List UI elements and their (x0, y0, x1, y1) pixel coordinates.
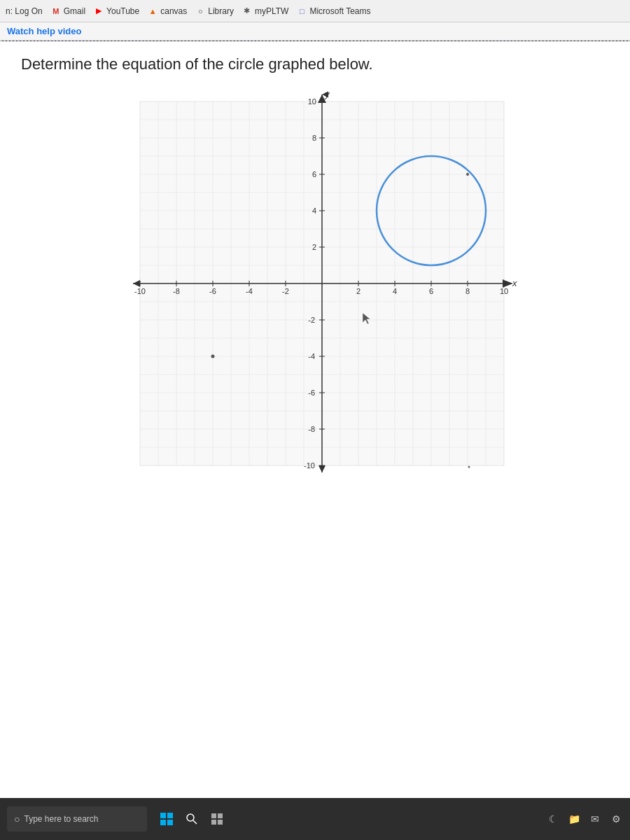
watch-help-bar: Watch help video (0, 22, 630, 41)
point-dot-2 (466, 173, 469, 176)
svg-text:-8: -8 (308, 425, 315, 433)
teams-icon: □ (297, 6, 307, 16)
point-dot (211, 355, 215, 358)
svg-text:10: 10 (308, 97, 316, 106)
taskbar-settings-icon[interactable]: ⚙ (609, 812, 623, 826)
svg-text:2: 2 (356, 287, 360, 295)
svg-rect-87 (167, 813, 173, 818)
taskbar: ○ Type here to search ☾ 📁 ✉ ⚙ (0, 798, 630, 840)
svg-marker-42 (318, 465, 326, 472)
svg-text:-4: -4 (308, 352, 315, 360)
taskbar-search-box[interactable]: ○ Type here to search (7, 806, 147, 832)
svg-text:4: 4 (312, 206, 316, 215)
svg-line-91 (193, 820, 197, 824)
tab-teams-label: Microsoft Teams (309, 6, 370, 16)
svg-text:10: 10 (500, 287, 508, 295)
taskbar-taskview-button[interactable] (207, 809, 227, 829)
taskbar-system-tray: ☾ 📁 ✉ ⚙ (546, 812, 623, 826)
point-dot-3 (468, 466, 470, 468)
svg-text:8: 8 (312, 134, 316, 142)
youtube-icon: ▶ (94, 6, 104, 16)
svg-point-90 (187, 814, 194, 821)
y-axis-label: y (324, 89, 330, 99)
svg-rect-92 (211, 813, 216, 818)
svg-rect-95 (218, 820, 223, 825)
svg-rect-88 (160, 820, 166, 825)
svg-text:-2: -2 (282, 287, 289, 295)
taskbar-message-icon[interactable]: ✉ (588, 812, 602, 826)
tab-youtube[interactable]: ▶ YouTube (94, 6, 139, 16)
svg-text:6: 6 (312, 170, 316, 178)
svg-rect-93 (218, 813, 223, 818)
tab-logon-label: n: Log On (6, 6, 43, 16)
tab-youtube-label: YouTube (106, 6, 139, 16)
browser-tab-bar: n: Log On M Gmail ▶ YouTube ▲ canvas ○ L… (0, 0, 630, 22)
mypltw-icon: ✱ (242, 6, 252, 16)
taskbar-moon-icon[interactable]: ☾ (546, 812, 560, 826)
graph-wrapper: -10 -8 -6 -4 -2 2 4 6 (21, 88, 609, 493)
tab-teams[interactable]: □ Microsoft Teams (297, 6, 370, 16)
tab-gmail-label: Gmail (64, 6, 85, 16)
svg-text:2: 2 (312, 243, 316, 251)
svg-text:8: 8 (465, 287, 470, 295)
svg-text:4: 4 (393, 287, 397, 295)
tab-gmail[interactable]: M Gmail (51, 6, 85, 16)
taskbar-windows-button[interactable] (157, 809, 176, 829)
svg-rect-94 (211, 820, 216, 825)
svg-text:-8: -8 (173, 287, 180, 295)
search-icon: ○ (14, 813, 20, 825)
gmail-icon: M (51, 6, 61, 16)
coordinate-graph: -10 -8 -6 -4 -2 2 4 6 (112, 88, 518, 493)
tab-library[interactable]: ○ Library (195, 6, 234, 16)
tab-logon[interactable]: n: Log On (6, 6, 43, 16)
svg-text:-10: -10 (304, 461, 315, 470)
svg-text:-6: -6 (209, 287, 216, 295)
taskbar-search-button[interactable] (182, 809, 202, 829)
library-icon: ○ (195, 6, 205, 16)
svg-text:-10: -10 (134, 287, 146, 295)
svg-text:-4: -4 (246, 287, 253, 295)
question-title: Determine the equation of the circle gra… (21, 55, 609, 74)
svg-rect-89 (167, 820, 173, 825)
watch-help-link[interactable]: Watch help video (7, 26, 81, 36)
svg-text:-6: -6 (308, 388, 315, 397)
graph-container: -10 -8 -6 -4 -2 2 4 6 (112, 88, 518, 493)
svg-marker-40 (133, 280, 140, 287)
tab-canvas-label: canvas (160, 6, 187, 16)
svg-text:-2: -2 (308, 316, 315, 324)
tab-mypltw-label: myPLTW (255, 6, 288, 16)
taskbar-search-text: Type here to search (24, 814, 98, 824)
svg-rect-86 (160, 813, 166, 818)
svg-text:6: 6 (429, 287, 433, 295)
x-axis-label: x (512, 278, 517, 288)
tab-library-label: Library (208, 6, 234, 16)
tab-canvas[interactable]: ▲ canvas (148, 6, 187, 16)
canvas-icon: ▲ (148, 6, 158, 16)
main-content: Determine the equation of the circle gra… (0, 41, 630, 799)
taskbar-folder-icon[interactable]: 📁 (567, 812, 581, 826)
tab-mypltw[interactable]: ✱ myPLTW (242, 6, 288, 16)
